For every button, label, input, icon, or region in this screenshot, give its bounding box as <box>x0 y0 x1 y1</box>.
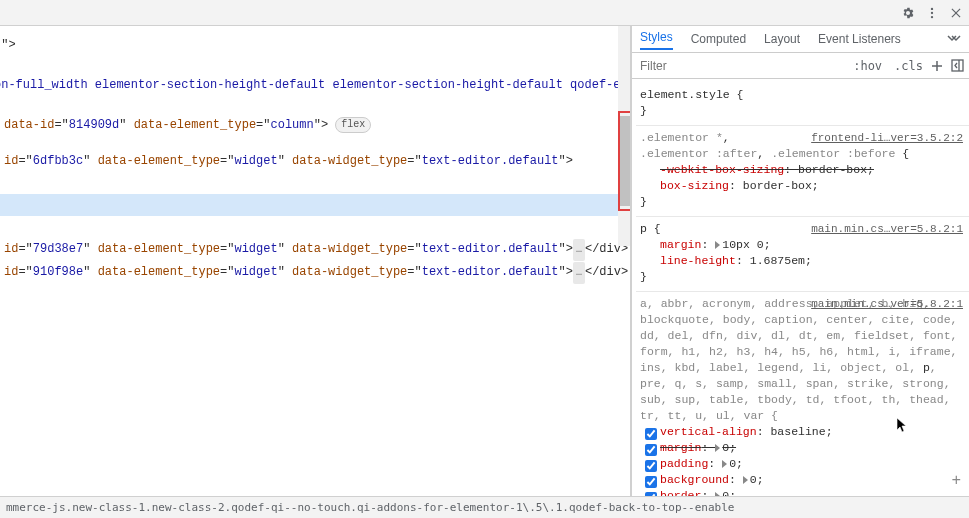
svg-point-2 <box>931 15 933 17</box>
expand-icon[interactable] <box>715 492 720 496</box>
declaration[interactable]: padding: 0; <box>640 456 965 472</box>
expand-icon[interactable] <box>743 476 748 484</box>
selector-text: .elementor :after, .elementor :before { <box>640 146 965 162</box>
breadcrumb-bar[interactable]: mmerce-js.new-class-1.new-class-2.qodef-… <box>0 496 969 518</box>
dom-line[interactable]: on-full_width elementor-section-height-d… <box>0 74 630 96</box>
devtools-top-bar <box>0 0 969 26</box>
new-rule-icon[interactable] <box>929 58 945 74</box>
styles-list[interactable]: element.style { } frontend-li…ver=3.5.2:… <box>632 79 969 496</box>
declaration[interactable]: -webkit-box-sizing: border-box; <box>640 162 965 178</box>
dom-line[interactable]: id="910f98e" data-element_type="widget" … <box>0 261 630 284</box>
property-toggle[interactable] <box>645 492 657 496</box>
tab-styles[interactable]: Styles <box>640 30 673 50</box>
declaration[interactable]: margin: 10px 0; <box>640 237 965 253</box>
expand-icon[interactable] <box>715 444 720 452</box>
tab-layout[interactable]: Layout <box>764 32 800 46</box>
selected-dom-node[interactable] <box>0 194 630 216</box>
property-toggle[interactable] <box>645 428 657 440</box>
declaration[interactable]: vertical-align: baseline; <box>640 424 965 440</box>
declaration[interactable]: margin: 0; <box>640 440 965 456</box>
tab-computed[interactable]: Computed <box>691 32 746 46</box>
dom-tree[interactable]: ]"> on-full_width elementor-section-heig… <box>0 26 630 284</box>
close-brace: } <box>640 269 965 285</box>
source-link[interactable]: main.min.cs…ver=5.8.2:1 <box>811 296 963 312</box>
declaration[interactable]: box-sizing: border-box; <box>640 178 965 194</box>
main-split: ]"> on-full_width elementor-section-heig… <box>0 26 969 496</box>
property-toggle[interactable] <box>645 476 657 488</box>
dom-line[interactable]: data-id="814909d" data-element_type="col… <box>0 114 630 136</box>
close-brace: } <box>640 103 965 119</box>
rule-element-style[interactable]: element.style { } <box>636 83 969 126</box>
breadcrumb-text[interactable]: mmerce-js.new-class-1.new-class-2.qodef-… <box>6 501 734 514</box>
gear-icon[interactable] <box>901 6 915 20</box>
source-link[interactable]: frontend-li…ver=3.5.2:2 <box>811 130 963 146</box>
svg-point-0 <box>931 7 933 9</box>
more-tabs-icon[interactable] <box>947 32 961 46</box>
elements-panel[interactable]: ]"> on-full_width elementor-section-heig… <box>0 26 631 496</box>
property-toggle[interactable] <box>645 460 657 472</box>
rule-p[interactable]: main.min.cs…ver=5.8.2:1 p { margin: 10px… <box>636 217 969 292</box>
declaration[interactable]: border: 0; <box>640 488 965 496</box>
close-icon[interactable] <box>949 6 963 20</box>
styles-panel: Styles Computed Layout Event Listeners :… <box>631 26 969 496</box>
kebab-menu-icon[interactable] <box>925 6 939 20</box>
rule-reset[interactable]: main.min.cs…ver=5.8.2:1 a, abbr, acronym… <box>636 292 969 496</box>
hov-toggle[interactable]: :hov <box>847 59 888 73</box>
svg-rect-7 <box>952 60 963 71</box>
collapse-icon[interactable]: … <box>573 239 585 261</box>
tab-event-listeners[interactable]: Event Listeners <box>818 32 901 46</box>
expand-icon[interactable] <box>722 460 727 468</box>
selector-text: a, abbr, acronym, address, applet, b, bi… <box>640 296 965 424</box>
filter-bar: :hov .cls <box>632 53 969 79</box>
add-icon[interactable]: + <box>951 472 961 490</box>
expand-icon[interactable] <box>715 241 720 249</box>
svg-point-1 <box>931 11 933 13</box>
declaration[interactable]: background: 0; <box>640 472 965 488</box>
styles-tabs: Styles Computed Layout Event Listeners <box>632 26 969 53</box>
computed-sidebar-icon[interactable] <box>949 58 965 74</box>
rule-elementor[interactable]: frontend-li…ver=3.5.2:2 .elementor *, .e… <box>636 126 969 217</box>
cls-toggle[interactable]: .cls <box>888 59 929 73</box>
declaration[interactable]: line-height: 1.6875em; <box>640 253 965 269</box>
dom-line[interactable]: id="79d38e7" data-element_type="widget" … <box>0 238 630 261</box>
filter-input[interactable] <box>632 53 847 78</box>
dom-line[interactable]: id="6dfbb3c" data-element_type="widget" … <box>0 150 630 172</box>
flex-badge[interactable]: flex <box>335 117 371 133</box>
property-toggle[interactable] <box>645 444 657 456</box>
dom-line[interactable]: ]"> <box>0 34 630 56</box>
scrollbar-thumb[interactable] <box>618 116 630 206</box>
close-brace: } <box>640 194 965 210</box>
selector-text: element.style { <box>640 87 965 103</box>
collapse-icon[interactable]: … <box>573 262 585 284</box>
source-link[interactable]: main.min.cs…ver=5.8.2:1 <box>811 221 963 237</box>
